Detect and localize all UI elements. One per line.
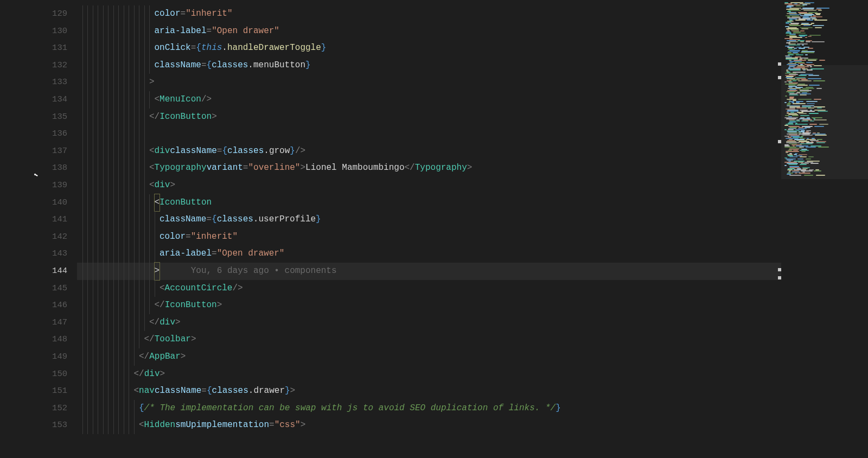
line-number[interactable]: 152 bbox=[52, 400, 77, 417]
line-number[interactable]: 149 bbox=[52, 348, 77, 366]
minimap-slider[interactable] bbox=[781, 65, 868, 179]
line-number[interactable]: 129 bbox=[52, 5, 77, 23]
code-line[interactable]: className={classes.menuButton} bbox=[77, 57, 781, 74]
code-line[interactable]: {/* The implementation can be swap with … bbox=[77, 400, 781, 417]
code-line[interactable]: aria-label="Open drawer" bbox=[77, 23, 781, 40]
code-line[interactable]: </AppBar> bbox=[77, 348, 781, 366]
line-number[interactable]: 139 bbox=[52, 177, 77, 194]
line-number[interactable]: 133 bbox=[52, 74, 77, 91]
line-number[interactable]: 146 bbox=[52, 297, 77, 314]
code-line[interactable] bbox=[77, 125, 781, 143]
code-line[interactable]: </IconButton> bbox=[77, 109, 781, 126]
code-line[interactable]: className={classes.userProfile} bbox=[77, 211, 781, 228]
code-line[interactable]: <nav className={classes.drawer}> bbox=[77, 383, 781, 400]
line-number[interactable]: 151 bbox=[52, 383, 77, 400]
code-content[interactable]: color="inherit"aria-label="Open drawer"o… bbox=[77, 0, 781, 458]
code-line[interactable]: </Toolbar> bbox=[77, 331, 781, 348]
code-line[interactable]: </IconButton> bbox=[77, 297, 781, 314]
line-number[interactable]: 143 bbox=[52, 245, 77, 263]
code-line[interactable]: color="inherit" bbox=[77, 5, 781, 23]
line-number[interactable]: 138 bbox=[52, 160, 77, 177]
git-blame-codelens[interactable]: You, 6 days ago • components bbox=[191, 263, 337, 280]
line-number[interactable]: 131 bbox=[52, 40, 77, 57]
editor-left-padding bbox=[0, 0, 39, 458]
line-number[interactable]: 150 bbox=[52, 366, 77, 383]
line-number[interactable]: 145 bbox=[52, 280, 77, 297]
line-number[interactable]: 144 bbox=[52, 263, 77, 280]
line-number[interactable]: 134 bbox=[52, 91, 77, 109]
code-line[interactable]: aria-label="Open drawer" bbox=[77, 245, 781, 263]
code-line[interactable]: > You, 6 days ago • components bbox=[77, 263, 781, 280]
line-number[interactable]: 153 bbox=[52, 417, 77, 434]
line-number[interactable]: 132 bbox=[52, 57, 77, 74]
code-line[interactable]: color="inherit" bbox=[77, 228, 781, 246]
code-editor[interactable]: 1291301311321331341351361371381391401411… bbox=[39, 0, 868, 458]
code-line[interactable]: > bbox=[77, 74, 781, 91]
code-line[interactable]: <MenuIcon /> bbox=[77, 91, 781, 109]
code-line[interactable]: onClick={this.handleDrawerToggle} bbox=[77, 40, 781, 57]
line-number[interactable]: 142 bbox=[52, 228, 77, 246]
code-line[interactable]: <AccountCircle /> bbox=[77, 280, 781, 297]
code-line[interactable]: <Typography variant="overline">Lionel Ma… bbox=[77, 160, 781, 177]
code-line[interactable]: <IconButton bbox=[77, 194, 781, 212]
code-line[interactable]: <div> bbox=[77, 177, 781, 194]
line-number[interactable]: 137 bbox=[52, 143, 77, 160]
line-number[interactable]: 147 bbox=[52, 314, 77, 332]
code-line[interactable]: <div className={classes.grow} /> bbox=[77, 143, 781, 160]
line-number[interactable]: 140 bbox=[52, 194, 77, 212]
line-number[interactable]: 130 bbox=[52, 23, 77, 40]
line-number[interactable]: 135 bbox=[52, 109, 77, 126]
minimap[interactable] bbox=[781, 0, 868, 458]
line-number[interactable]: 136 bbox=[52, 125, 77, 143]
line-number[interactable]: 148 bbox=[52, 331, 77, 348]
code-line[interactable]: </div> bbox=[77, 366, 781, 383]
line-number[interactable]: 141 bbox=[52, 211, 77, 228]
line-number-gutter[interactable]: 1291301311321331341351361371381391401411… bbox=[39, 0, 77, 458]
code-line[interactable]: </div> bbox=[77, 314, 781, 332]
code-line[interactable]: <Hidden smUp implementation="css"> bbox=[77, 417, 781, 434]
